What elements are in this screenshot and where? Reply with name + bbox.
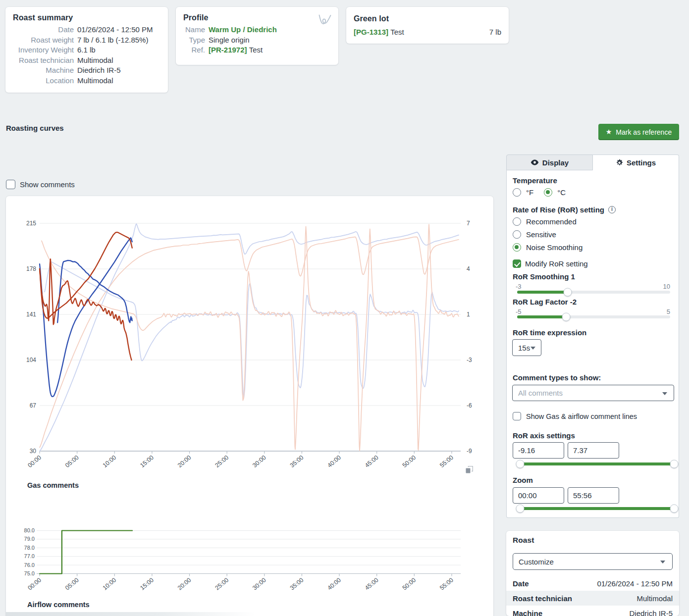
summary-label: Roast technician [13,55,74,66]
ror-lag-slider[interactable] [517,315,670,318]
svg-text:-6: -6 [467,402,472,409]
slider-fill [520,507,674,510]
summary-row-location: LocationMultimodal [13,76,160,86]
ror-smoothing-slider-handle[interactable] [563,288,572,296]
summary-label: Date [13,25,74,35]
zoom-range-slider[interactable] [517,507,674,510]
roast-summary-card: Roast summary Date01/26/2024 - 12:50 PM … [5,7,168,93]
show-gas-airflow-control: Show Gas & airflow comment lines [513,412,637,420]
svg-text:7: 7 [467,220,470,227]
radio-recommended[interactable] [513,217,521,226]
info-icon[interactable] [608,206,616,213]
roast-summary-rows: Date01/26/2024 - 12:50 PM Roast weight7 … [13,25,160,86]
mark-as-reference-button[interactable]: ★ Mark as reference [598,124,679,140]
profile-ref-link[interactable]: [PR-21972] [209,46,247,54]
temperature-label: Temperature [513,176,557,185]
ror-axis-min-input[interactable] [513,442,564,459]
tab-display-label: Display [542,158,569,167]
ror-setting-label: Rate of Rise (RoR) setting [513,205,616,214]
bottom-fade-shadow [6,612,353,616]
show-comments-checkbox[interactable] [6,180,15,189]
tab-settings[interactable]: Settings [593,154,679,170]
profile-row-name: NameWarm Up / Diedrich [183,25,331,35]
show-gas-airflow-checkbox[interactable] [513,412,521,420]
svg-text:25:00: 25:00 [213,454,230,469]
profile-row-ref: Ref.[PR-21972] Test [183,45,331,55]
ror-axis-range-handle-right[interactable] [670,460,679,468]
profile-row-type: TypeSingle origin [183,35,331,46]
ror-axis-range-slider[interactable] [517,462,674,465]
chart-compare-icon[interactable] [466,466,473,473]
svg-text:15:00: 15:00 [139,576,155,592]
radio-celsius[interactable] [544,188,552,197]
svg-text:20:00: 20:00 [176,454,193,469]
radio-recommended-label: Recommended [526,217,577,226]
roasting-curves-chart-card: 215717841411104-367-630-900:0005:0010:00… [6,196,493,616]
comment-types-select[interactable]: All comments [512,385,674,401]
modify-ror-label: Modify RoR setting [525,259,588,268]
modify-ror-checkbox[interactable] [513,259,521,268]
summary-row-roast-technician: Roast technicianMultimodal [13,55,160,66]
green-lot-card: Green lot [PG-1313] Test 7 lb [346,7,509,44]
slider-fill [520,462,674,465]
tab-display[interactable]: Display [506,154,593,170]
svg-text:104: 104 [26,357,36,363]
radio-fahrenheit[interactable] [513,188,521,197]
gas-comments-title: Gas comments [27,481,79,489]
zoom-range-handle-left[interactable] [516,504,525,513]
summary-row-date: Date01/26/2024 - 12:50 PM [13,25,160,35]
svg-text:35:00: 35:00 [289,454,305,469]
ror-axis-settings-label: RoR axis settings [513,431,575,440]
slider-fill [517,315,566,318]
radio-fahrenheit-label: °F [526,188,533,197]
summary-label: Location [13,76,74,86]
radio-row-noise-smoothing: Noise Smoothing [513,243,583,252]
summary-row-roast-weight: Roast weight7 lb / 6.1 lb (-12.85%) [13,35,160,46]
svg-text:30:00: 30:00 [251,576,267,592]
profile-name-link[interactable]: Warm Up / Diedrich [209,25,277,35]
ror-lag-slider-handle[interactable] [562,312,570,321]
ror-time-expression-select[interactable]: 15s [512,339,541,356]
ror-axis-range-handle-left[interactable] [516,460,525,468]
svg-text:50:00: 50:00 [401,576,418,592]
ror-axis-max-input[interactable] [568,442,619,459]
zoom-to-input[interactable] [568,487,619,504]
temperature-radio-group: °F °C [513,188,566,197]
svg-text:15:00: 15:00 [139,454,155,469]
svg-text:45:00: 45:00 [364,576,380,592]
roast-customize-value: Customize [519,558,554,566]
radio-noise-smoothing[interactable] [513,243,521,252]
show-comments-control: Show comments [6,180,75,189]
zoom-from-input[interactable] [513,487,564,504]
profile-label: Ref. [183,45,205,55]
chevron-down-icon [660,561,665,564]
roast-row-machine: MachineDiedrich IR-5 [506,606,679,616]
svg-text:78.0: 78.0 [24,545,35,551]
svg-text:75.0: 75.0 [24,570,35,576]
zoom-range-handle-right[interactable] [670,504,679,513]
svg-text:141: 141 [26,311,36,318]
radio-sensitive[interactable] [513,230,521,239]
airflow-comments-title: Airflow comments [27,601,90,609]
radio-sensitive-label: Sensitive [526,230,556,239]
svg-text:4: 4 [467,265,470,272]
svg-text:80.0: 80.0 [24,527,35,533]
svg-text:1: 1 [467,311,470,318]
roasting-curves-chart[interactable]: 215717841411104-367-630-900:0005:0010:00… [6,196,493,616]
profile-rows: NameWarm Up / Diedrich TypeSingle origin… [183,25,331,55]
roast-row-label: Machine [513,609,542,616]
svg-text:55:00: 55:00 [438,454,455,469]
profile-label: Type [183,35,205,46]
comment-types-placeholder: All comments [518,389,563,397]
summary-label: Roast weight [13,35,74,46]
ror-smoothing-minmax: -3 10 [516,283,670,290]
svg-text:178: 178 [26,265,36,272]
svg-text:77.0: 77.0 [24,553,35,559]
green-lot-link[interactable]: [PG-1313] [354,28,388,36]
ror-time-expression-value: 15s [518,344,530,352]
radio-row-sensitive: Sensitive [513,230,556,239]
roast-customize-select[interactable]: Customize [513,553,673,570]
svg-text:55:00: 55:00 [438,576,455,592]
slider-min-label: -3 [516,283,522,290]
ror-smoothing-slider[interactable] [517,291,670,294]
